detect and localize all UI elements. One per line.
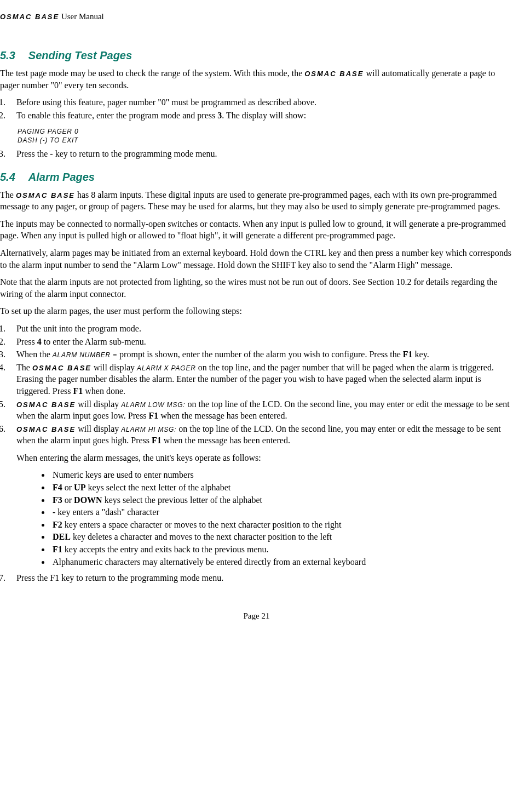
- list-item: F4 or UP keys select the next letter of …: [50, 482, 513, 494]
- text: . The display will show:: [222, 111, 306, 120]
- product-name: OSMAC BASE: [16, 191, 75, 199]
- list-item: When the ALARM NUMBER = prompt is shown,…: [8, 348, 513, 361]
- text: The: [0, 190, 16, 199]
- product-name: OSMAC BASE: [304, 70, 364, 78]
- list-item: Press 4 to enter the Alarm sub-menu.: [8, 336, 513, 348]
- key-label: F3: [53, 495, 62, 505]
- text: prompt is shown, enter the number of the…: [119, 350, 403, 359]
- text: To enable this feature, enter the progra…: [16, 111, 217, 120]
- list-item: Press the F1 key to return to the progra…: [8, 572, 513, 584]
- lcd-text: ALARM X PAGER: [137, 364, 196, 372]
- text: Press the F1 key to return to the progra…: [16, 573, 223, 582]
- product-name: OSMAC BASE: [0, 13, 59, 21]
- product-name: OSMAC BASE: [32, 364, 91, 372]
- text: keys select the previous letter of the a…: [102, 495, 262, 505]
- text: Numeric keys are used to enter numbers: [53, 470, 194, 479]
- section54-p5: To set up the alarm pages, the user must…: [0, 305, 513, 317]
- section54-p2: The inputs may be connected to normally-…: [0, 218, 513, 242]
- key-label: F1: [53, 545, 62, 554]
- key-label: F1: [152, 436, 162, 445]
- key-label: F1: [149, 411, 159, 420]
- product-name: OSMAC BASE: [16, 425, 76, 433]
- keys-intro: When entering the alarm messages, the un…: [16, 452, 513, 464]
- lcd-text: ALARM HI MSG:: [121, 426, 176, 433]
- section54-p3: Alternatively, alarm pages may be initia…: [0, 247, 513, 271]
- key-label: DEL: [53, 532, 71, 541]
- text: has 8 alarm inputs. These digital inputs…: [0, 190, 500, 211]
- list-item: Put the unit into the program mode.: [8, 323, 513, 335]
- section54-steps: Put the unit into the program mode. Pres…: [0, 323, 513, 584]
- section-title: Sending Test Pages: [28, 49, 132, 61]
- section53-steps-part2: Press the - key to return to the program…: [0, 148, 513, 160]
- text: key enters a "dash" character: [55, 507, 159, 517]
- lcd-line: DASH (-) TO EXIT: [18, 136, 513, 145]
- header-tail: User Manual: [59, 12, 104, 21]
- list-item: F3 or DOWN keys select the previous lett…: [50, 494, 513, 506]
- text: Press: [16, 337, 37, 346]
- text: key accepts the entry and exits back to …: [62, 545, 269, 554]
- text: The test page mode may be used to check …: [0, 68, 304, 78]
- section54-p4: Note that the alarm inputs are not prote…: [0, 276, 513, 300]
- page-number: Page 21: [0, 610, 513, 621]
- key-operation-list: Numeric keys are used to enter numbers F…: [16, 469, 513, 568]
- list-item: F1 key accepts the entry and exits back …: [50, 544, 513, 556]
- key-label: F1: [403, 350, 413, 359]
- page-header: OSMAC BASE User Manual: [0, 11, 513, 22]
- list-item: Before using this feature, pager number …: [8, 96, 513, 108]
- text: will display: [76, 399, 121, 409]
- text: key.: [413, 350, 429, 359]
- text: will display: [76, 424, 121, 433]
- list-item: Press the - key to return to the program…: [8, 148, 513, 160]
- lcd-text: ALARM LOW MSG:: [121, 401, 185, 409]
- section53-steps-part1: Before using this feature, pager number …: [0, 96, 513, 121]
- lcd-line: PAGING PAGER 0: [18, 127, 513, 136]
- section-number: 5.4: [0, 170, 15, 185]
- text: Before using this feature, pager number …: [16, 98, 316, 107]
- key-label: 4: [37, 337, 42, 346]
- key-label: UP: [74, 483, 85, 492]
- list-item: The OSMAC BASE will display ALARM X PAGE…: [8, 362, 513, 397]
- text: Put the unit into the program mode.: [16, 324, 141, 333]
- text: or: [62, 483, 74, 492]
- list-item: DEL key deletes a character and moves to…: [50, 531, 513, 543]
- key-label: F4: [53, 483, 62, 492]
- key-label: 3: [217, 111, 222, 120]
- section-number: 5.3: [0, 48, 15, 63]
- text: when the message has been entered.: [158, 411, 287, 420]
- list-item: Numeric keys are used to enter numbers: [50, 469, 513, 481]
- text: key deletes a character and moves to the…: [71, 532, 332, 541]
- lcd-display-block: PAGING PAGER 0 DASH (-) TO EXIT: [18, 127, 513, 145]
- list-item: - key enters a "dash" character: [50, 506, 513, 518]
- product-name: OSMAC BASE: [16, 401, 76, 409]
- text: keys select the next letter of the alpha…: [85, 483, 230, 492]
- section53-intro: The test page mode may be used to check …: [0, 67, 513, 91]
- key-label: F2: [53, 520, 62, 529]
- section-heading-5-3: 5.3Sending Test Pages: [0, 48, 513, 63]
- list-item: To enable this feature, enter the progra…: [8, 110, 513, 122]
- list-item: Alphanumeric characters may alternativel…: [50, 556, 513, 568]
- text: Alphanumeric characters may alternativel…: [53, 557, 366, 567]
- section54-p1: The OSMAC BASE has 8 alarm inputs. These…: [0, 189, 513, 213]
- key-label: DOWN: [74, 495, 102, 505]
- section-heading-5-4: 5.4Alarm Pages: [0, 170, 513, 185]
- list-item: F2 key enters a space character or moves…: [50, 519, 513, 531]
- text: when done.: [83, 386, 125, 396]
- text: when the message has been entered.: [162, 436, 290, 445]
- key-label: F1: [73, 386, 83, 396]
- text: The: [16, 363, 32, 372]
- section-title: Alarm Pages: [28, 171, 95, 183]
- text: or: [62, 495, 74, 505]
- list-item: OSMAC BASE will display ALARM LOW MSG: o…: [8, 398, 513, 422]
- text: to enter the Alarm sub-menu.: [42, 337, 146, 346]
- text: Press the - key to return to the program…: [16, 149, 217, 158]
- list-item: OSMAC BASE will display ALARM HI MSG: on…: [8, 423, 513, 568]
- text: When the: [16, 350, 53, 359]
- lcd-text: ALARM NUMBER =: [53, 351, 119, 359]
- text: key enters a space character or moves to…: [62, 520, 342, 529]
- text: will display: [91, 363, 137, 372]
